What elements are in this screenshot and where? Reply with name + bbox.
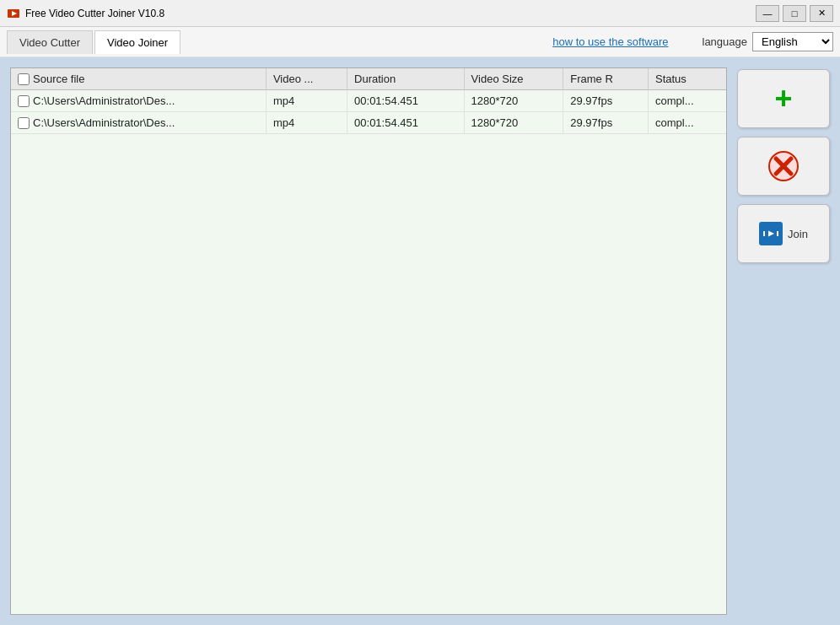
duration-col-header: Duration (347, 68, 465, 90)
framerate-cell-0: 29.97fps (563, 90, 649, 112)
main-area: Source file Video ... Duration Video Siz… (0, 57, 840, 625)
select-all-checkbox[interactable] (18, 73, 30, 85)
source-cell-1: C:\Users\Administrator\Des... (11, 112, 266, 134)
x-cross-icon (770, 152, 797, 180)
language-label: language (703, 35, 748, 48)
duration-cell-0: 00:01:54.451 (347, 90, 465, 112)
format-cell-1: mp4 (266, 112, 347, 134)
status-col-header: Status (649, 68, 727, 90)
size-cell-0: 1280*720 (464, 90, 563, 112)
table-row: C:\Users\Administrator\Des... mp4 00:01:… (11, 112, 726, 134)
tab-video-cutter[interactable]: Video Cutter (7, 30, 93, 54)
row-checkbox-1[interactable] (18, 117, 30, 129)
tab-video-joiner[interactable]: Video Joiner (94, 30, 180, 54)
restore-button[interactable]: □ (783, 5, 806, 22)
table-row: C:\Users\Administrator\Des... mp4 00:01:… (11, 90, 726, 112)
join-icon (759, 222, 783, 245)
delete-icon (768, 151, 799, 181)
add-icon: + (768, 84, 799, 114)
duration-cell-1: 00:01:54.451 (347, 112, 465, 134)
format-cell-0: mp4 (266, 90, 347, 112)
framerate-col-header: Frame R (563, 68, 649, 90)
table-header: Source file Video ... Duration Video Siz… (11, 68, 726, 90)
file-list-panel: Source file Video ... Duration Video Siz… (10, 67, 727, 615)
title-bar: Free Video Cutter Joiner V10.8 — □ ✕ (0, 0, 840, 27)
file-table: Source file Video ... Duration Video Siz… (11, 68, 726, 134)
add-file-button[interactable]: + (737, 69, 830, 128)
header-checkbox-cell: Source file (11, 68, 266, 90)
help-link[interactable]: how to use the software (552, 35, 668, 48)
minimize-button[interactable]: — (756, 5, 779, 22)
menu-bar: Video Cutter Video Joiner how to use the… (0, 27, 840, 57)
format-col-header: Video ... (266, 68, 347, 90)
join-button[interactable]: Join (737, 204, 830, 263)
app-icon (7, 7, 20, 20)
status-cell-0: compl... (649, 90, 727, 112)
close-button[interactable]: ✕ (810, 5, 833, 22)
framerate-cell-1: 29.97fps (563, 112, 649, 134)
source-col-header: Source file (33, 73, 84, 85)
source-path-1: C:\Users\Administrator\Des... (33, 116, 175, 129)
size-cell-1: 1280*720 (464, 112, 563, 134)
source-path-0: C:\Users\Administrator\Des... (33, 94, 175, 107)
size-col-header: Video Size (464, 68, 563, 90)
window-controls: — □ ✕ (756, 5, 833, 22)
delete-file-button[interactable] (737, 137, 830, 196)
status-cell-1: compl... (649, 112, 727, 134)
language-select[interactable]: English Chinese French German Spanish (752, 32, 833, 51)
app-title: Free Video Cutter Joiner V10.8 (25, 8, 164, 19)
right-panel: + Join (737, 67, 830, 615)
source-cell-0: C:\Users\Administrator\Des... (11, 90, 266, 112)
file-table-body: C:\Users\Administrator\Des... mp4 00:01:… (11, 90, 726, 134)
row-checkbox-0[interactable] (18, 95, 30, 107)
join-label: Join (788, 228, 808, 240)
